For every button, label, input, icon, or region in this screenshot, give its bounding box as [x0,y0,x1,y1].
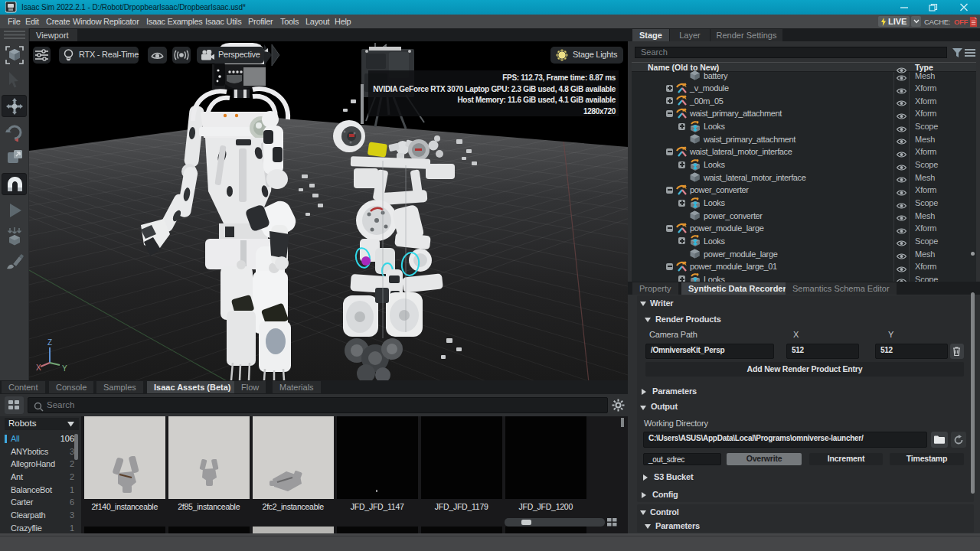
svg-text:Y: Y [62,364,67,372]
svg-text:X: X [36,364,41,372]
svg-text:Z: Z [47,338,52,347]
